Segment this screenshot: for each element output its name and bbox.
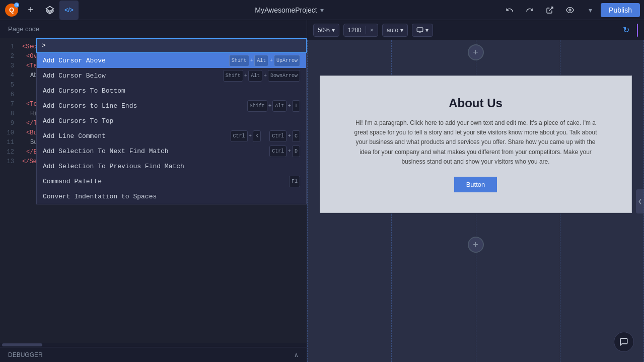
cmd-label: Add Line Comment [43, 131, 231, 141]
about-text: Hi! I'm a paragraph. Click here to add y… [350, 118, 602, 167]
width-control[interactable]: 1280 × [343, 24, 378, 37]
cmd-shortcut: Ctrl + K Ctrl + C [231, 130, 300, 142]
preview-toolbar: 50% ▾ 1280 × auto ▾ ▾ ↻ [307, 20, 644, 40]
refresh-button[interactable]: ↻ [619, 23, 633, 37]
cmd-add-selection-prev[interactable]: Add Selection To Previous Find Match [37, 159, 306, 174]
about-card[interactable]: About Us Hi! I'm a paragraph. Click here… [320, 76, 632, 213]
svg-rect-3 [417, 27, 423, 31]
cmd-label: Add Cursors To Bottom [43, 86, 300, 96]
undo-button[interactable] [500, 1, 519, 20]
project-dropdown-icon[interactable]: ▾ [320, 6, 324, 14]
layers-button[interactable] [40, 1, 59, 20]
redo-button[interactable] [520, 1, 539, 20]
line-numbers: 12345 678910 111213 [0, 38, 18, 343]
cmd-command-palette[interactable]: Command Palette F1 [37, 174, 306, 189]
add-button[interactable]: + [21, 1, 40, 20]
debugger-collapse-icon[interactable]: ∧ [294, 351, 299, 358]
code-panel-header: Page code [0, 20, 307, 38]
right-controls: ▾ Publish [500, 1, 644, 20]
preview-canvas: + About Us Hi! I'm a paragraph. Click he… [307, 40, 644, 362]
logo-button[interactable]: Q B [2, 1, 21, 20]
project-name-area: MyAwesomeProject ▾ [79, 6, 500, 14]
beta-badge: B [14, 3, 19, 8]
debugger-bar[interactable]: DEBUGGER ∧ [0, 347, 307, 362]
side-panel-handle[interactable]: ❮ [636, 189, 644, 213]
topbar: Q B + </> MyAwesomeProject ▾ [0, 0, 644, 20]
cmd-add-cursors-top[interactable]: Add Cursors To Top [37, 113, 306, 128]
scrollbar-thumb[interactable] [2, 343, 42, 346]
about-section-wrapper: About Us Hi! I'm a paragraph. Click here… [320, 76, 632, 213]
cmd-shortcut: Shift + Alt + I [247, 100, 300, 112]
device-dropdown-icon[interactable]: ▾ [425, 27, 428, 34]
add-section-top-button[interactable]: + [468, 44, 484, 60]
command-palette-input[interactable] [37, 39, 306, 52]
cmd-label: Add Cursors To Top [43, 116, 300, 126]
open-in-new-button[interactable] [540, 1, 559, 20]
command-menu: Add Cursor Above Shift + Alt + UpArrow A… [36, 53, 307, 204]
more-button[interactable]: ▾ [581, 1, 600, 20]
main-layout: Page code 12345 678910 111213 <Secti <Ov… [0, 20, 644, 362]
cmd-add-cursors-bottom[interactable]: Add Cursors To Bottom [37, 83, 306, 98]
cmd-label: Add Cursors to Line Ends [43, 101, 247, 111]
desktop-icon [416, 27, 423, 34]
about-title: About Us [335, 96, 616, 110]
cmd-label: Add Selection To Next Find Match [43, 147, 269, 156]
svg-line-1 [549, 7, 553, 11]
purple-divider [637, 24, 638, 37]
cmd-shortcut: F1 [289, 176, 300, 187]
zoom-control[interactable]: 50% ▾ [313, 24, 339, 37]
zoom-value: 50% [318, 27, 330, 34]
debugger-label: DEBUGGER [8, 351, 43, 358]
cmd-convert-indentation[interactable]: Convert Indentation to Spaces [37, 189, 306, 204]
cmd-shortcut: Shift + Alt + UpArrow [229, 55, 300, 66]
svg-point-2 [569, 9, 571, 11]
add-section-mid-button[interactable]: + [468, 237, 484, 253]
cmd-add-cursor-above[interactable]: Add Cursor Above Shift + Alt + UpArrow [37, 53, 306, 68]
cmd-label: Convert Indentation to Spaces [43, 192, 300, 201]
preview-button[interactable] [560, 1, 580, 20]
cmd-add-cursors-line-ends[interactable]: Add Cursors to Line Ends Shift + Alt + I [37, 98, 306, 113]
support-chat-button[interactable] [614, 332, 634, 352]
cmd-label: Add Cursor Below [43, 71, 223, 81]
height-control[interactable]: auto ▾ [382, 24, 408, 37]
cmd-shortcut: Shift + Alt + DownArrow [223, 70, 300, 82]
add-section-mid-wrapper: + [468, 237, 484, 253]
cmd-label: Add Cursor Above [43, 56, 229, 65]
cmd-add-cursor-below[interactable]: Add Cursor Below Shift + Alt + DownArrow [37, 68, 306, 83]
project-name: MyAwesomeProject [255, 6, 317, 14]
zoom-dropdown-icon[interactable]: ▾ [332, 27, 335, 34]
code-panel-title: Page code [8, 25, 39, 33]
command-palette-overlay: Add Cursor Above Shift + Alt + UpArrow A… [36, 38, 307, 204]
height-dropdown-icon[interactable]: ▾ [400, 27, 403, 34]
horizontal-scrollbar[interactable] [0, 343, 307, 347]
add-section-top-wrapper: + [468, 44, 484, 60]
cmd-label: Command Palette [43, 177, 289, 186]
cmd-shortcut: Ctrl + D [269, 146, 300, 157]
code-button[interactable]: </> [59, 1, 79, 20]
width-sep [366, 26, 366, 34]
width-value: 1280 [348, 27, 362, 34]
cmd-add-selection-next[interactable]: Add Selection To Next Find Match Ctrl + … [37, 143, 306, 159]
about-inner: About Us Hi! I'm a paragraph. Click here… [320, 76, 631, 212]
close-width-icon[interactable]: × [370, 27, 374, 34]
editor-area[interactable]: 12345 678910 111213 <Secti <Over /> <Tex… [0, 38, 307, 343]
publish-button[interactable]: Publish [601, 3, 640, 17]
about-button[interactable]: Button [454, 177, 497, 192]
code-content[interactable]: <Secti <Over /> <Text Abo <Text text-ali… [18, 38, 307, 343]
cmd-add-line-comment[interactable]: Add Line Comment Ctrl + K Ctrl + C [37, 128, 306, 143]
guide-line-1 [307, 40, 308, 362]
cmd-label: Add Selection To Previous Find Match [43, 162, 300, 171]
code-panel: Page code 12345 678910 111213 <Secti <Ov… [0, 20, 307, 362]
preview-panel: 50% ▾ 1280 × auto ▾ ▾ ↻ [307, 20, 644, 362]
device-control[interactable]: ▾ [412, 24, 433, 37]
command-input-wrapper [36, 38, 307, 53]
left-controls: Q B + </> [0, 1, 79, 20]
height-value: auto [387, 27, 398, 34]
